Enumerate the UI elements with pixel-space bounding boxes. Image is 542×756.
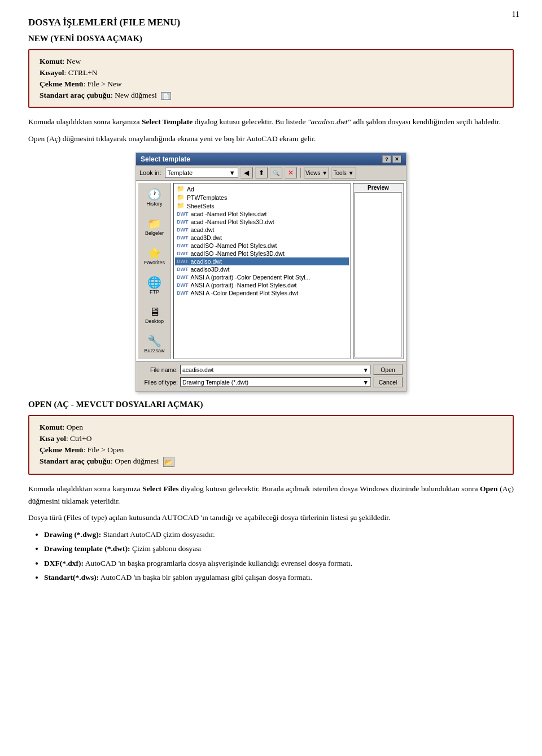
- filename-row: File name: acadiso.dwt ▼ Open: [139, 364, 403, 375]
- filename-label: File name:: [139, 366, 178, 373]
- file-item-ansi-color[interactable]: DWT ANSI A (portrait) -Color Dependent P…: [175, 273, 349, 281]
- file-item-acad3d[interactable]: DWT acad3D.dwt: [175, 234, 349, 242]
- file-item-acadiso-selected[interactable]: DWT acadiso.dwt: [175, 257, 349, 265]
- search-web-btn[interactable]: 🔍: [270, 167, 282, 178]
- file-item-acad-named3d[interactable]: DWT acad -Named Plot Styles3D.dwt: [175, 218, 349, 226]
- select-template-dialog: Select template ? ✕ Look in: Template ▼ …: [136, 152, 406, 392]
- file-item-ad[interactable]: 📁 Ad: [175, 185, 349, 193]
- dialog-close-btn[interactable]: ✕: [392, 155, 401, 163]
- look-in-label: Look in:: [139, 169, 161, 176]
- file-item-acadiso-named[interactable]: DWT acadISO -Named Plot Styles.dwt: [175, 242, 349, 250]
- ftp-item[interactable]: 🌐 FTP: [141, 273, 169, 298]
- section2-title: OPEN (AÇ - MEVCUT DOSYALARI AÇMAK): [28, 400, 514, 409]
- file-item-acadiso-named3d[interactable]: DWT acadISO -Named Plot Styles3D.dwt: [175, 250, 349, 257]
- back-btn[interactable]: ◀: [241, 167, 253, 178]
- history-icon: 🕐: [147, 189, 161, 200]
- dwt-icon: DWT: [177, 219, 189, 225]
- dwt-icon: DWT: [177, 243, 189, 248]
- dialog-footer: File name: acadiso.dwt ▼ Open Files of t…: [136, 361, 406, 391]
- dwt-icon: DWT: [177, 290, 189, 296]
- s2-komut-row: Komut: Open: [40, 423, 502, 432]
- dwt-icon: DWT: [177, 282, 189, 288]
- file-item-acadiso3d[interactable]: DWT acadiso3D.dwt: [175, 265, 349, 273]
- desktop-icon: 🖥: [149, 306, 160, 317]
- dwt-icon: DWT: [177, 227, 189, 233]
- section2-info-box: Komut: Open Kısa yol: Ctrl+O Çekme Menü:…: [28, 415, 514, 475]
- section1-title: NEW (YENİ DOSYA AÇMAK): [28, 34, 514, 43]
- delete-btn[interactable]: ✕: [285, 167, 297, 178]
- filename-input[interactable]: acadiso.dwt ▼: [180, 365, 371, 374]
- file-item-acad[interactable]: DWT acad.dwt: [175, 226, 349, 234]
- file-list[interactable]: 📁 Ad 📁 PTWTemplates 📁 SheetSets DWT acad…: [173, 183, 351, 359]
- cekme-row: Çekme Menü: File > New: [40, 80, 502, 89]
- dialog-left-panel: 🕐 History 📁 Belgeler ⭐ Favorites 🌐 FTP 🖥…: [138, 183, 171, 359]
- s2-kisayol-row: Kısa yol: Ctrl+O: [40, 434, 502, 443]
- look-in-combo[interactable]: Template ▼: [165, 168, 238, 178]
- bullet-dws: Standart(*.dws): AutoCAD 'ın başka bir ş…: [44, 571, 514, 584]
- para2: Open (Aç) düğmesini tıklayarak onaylandı…: [28, 133, 514, 145]
- dialog-toolbar: Look in: Template ▼ ◀ ⬆ 🔍 ✕ Views ▼ Tool…: [136, 165, 406, 181]
- toolbar-sep: [300, 168, 301, 178]
- file-item-ansi-color2[interactable]: DWT ANSI A -Color Dependent Plot Styles.…: [175, 289, 349, 297]
- file-item-acad-named[interactable]: DWT acad -Named Plot Styles.dwt: [175, 210, 349, 218]
- preview-panel: Preview: [353, 183, 404, 359]
- file-item-ptwtemplates[interactable]: 📁 PTWTemplates: [175, 193, 349, 202]
- file-item-ansi-named[interactable]: DWT ANSI A (portrait) -Named Plot Styles…: [175, 281, 349, 289]
- s2-standart-row: Standart araç çubuğu: Open düğmesi 📂: [40, 457, 502, 467]
- dialog-body: 🕐 History 📁 Belgeler ⭐ Favorites 🌐 FTP 🖥…: [136, 181, 406, 361]
- combo-arrow: ▼: [229, 169, 235, 176]
- dwt-icon: DWT: [177, 235, 189, 241]
- preview-label: Preview: [368, 185, 389, 191]
- documents-icon: 📁: [147, 218, 161, 229]
- dialog-help-btn[interactable]: ?: [382, 155, 391, 163]
- kisayol-row: Kısayol: CTRL+N: [40, 68, 502, 77]
- dialog-titlebar: Select template ? ✕: [136, 153, 406, 165]
- dwt-icon: DWT: [177, 211, 189, 217]
- komut-row: Komut: New: [40, 57, 502, 66]
- desktop-item[interactable]: 🖥 Desktop: [141, 303, 169, 327]
- documents-item[interactable]: 📁 Belgeler: [141, 215, 169, 239]
- combo-arrow: ▼: [363, 366, 369, 373]
- views-btn[interactable]: Views ▼: [304, 167, 329, 178]
- dwt-icon: DWT: [177, 266, 189, 272]
- dwt-icon: DWT: [177, 274, 189, 280]
- history-item[interactable]: 🕐 History: [141, 185, 169, 210]
- new-button-icon: 📄: [161, 92, 171, 100]
- ftp-icon: 🌐: [147, 277, 161, 288]
- buzzsaw-icon: 🔧: [147, 335, 161, 347]
- dialog-title: Select template: [141, 155, 190, 163]
- main-title: DOSYA İŞLEMLERİ (FILE MENU): [28, 17, 514, 28]
- file-item-sheetsets[interactable]: 📁 SheetSets: [175, 202, 349, 210]
- section1-info-box: Komut: New Kısayol: CTRL+N Çekme Menü: F…: [28, 49, 514, 108]
- buzzsaw-item[interactable]: 🔧 Buzzsaw: [141, 332, 169, 357]
- para4: Dosya türü (Files of type) açılan kutusu…: [28, 512, 514, 524]
- open-button-icon: 📂: [163, 457, 174, 467]
- bullet-dxf: DXF(*.dxf): AutoCAD 'ın başka programlar…: [44, 557, 514, 570]
- tools-btn[interactable]: Tools ▼: [331, 167, 356, 178]
- bullet-dwg: Drawing (*.dwg): Standart AutoCAD çizim …: [44, 528, 514, 541]
- up-btn[interactable]: ⬆: [255, 167, 268, 178]
- dwt-icon: DWT: [177, 259, 189, 264]
- filetype-row: Files of type: Drawing Template (*.dwt) …: [139, 377, 403, 387]
- dwt-icon: DWT: [177, 251, 189, 256]
- filetype-combo[interactable]: Drawing Template (*.dwt) ▼: [180, 377, 371, 387]
- file-types-list: Drawing (*.dwg): Standart AutoCAD çizim …: [44, 528, 514, 584]
- cancel-button[interactable]: Cancel: [373, 377, 403, 387]
- dialog-titlebar-buttons: ? ✕: [382, 155, 401, 163]
- folder-icon: 📁: [177, 194, 185, 201]
- page-number: 11: [512, 10, 519, 19]
- favorites-icon: ⭐: [147, 247, 161, 259]
- folder-icon: 📁: [177, 202, 185, 209]
- s2-cekme-row: Çekme Menü: File > Open: [40, 445, 502, 455]
- bullet-dwt: Drawing template (*.dwt): Çizim şablonu …: [44, 543, 514, 555]
- open-button[interactable]: Open: [373, 364, 403, 375]
- favorites-item[interactable]: ⭐ Favorites: [141, 244, 169, 269]
- filetype-label: Files of type:: [139, 379, 178, 386]
- para3: Komuda ulaşıldıktan sonra karşınıza Sele…: [28, 483, 514, 507]
- para1: Komuda ulaşıldıktan sonra karşınıza Sele…: [28, 116, 514, 128]
- standart-row: Standart araç çubuğu: New düğmesi 📄: [40, 91, 502, 100]
- combo-arrow: ▼: [363, 379, 369, 386]
- preview-area: [355, 192, 402, 357]
- folder-icon: 📁: [177, 185, 185, 193]
